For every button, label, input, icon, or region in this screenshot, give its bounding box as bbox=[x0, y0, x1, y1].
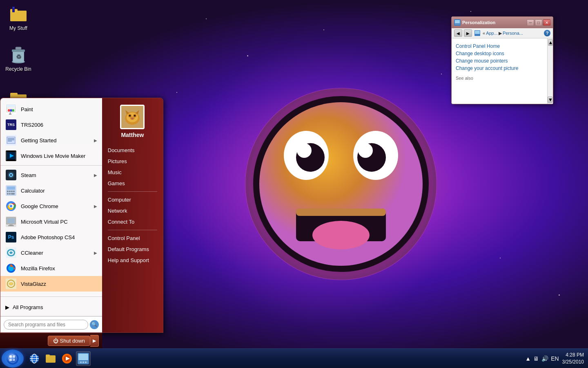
svg-point-78 bbox=[129, 115, 131, 117]
start-menu: Paint TRS TRS2006 bbox=[0, 98, 163, 348]
svg-point-107 bbox=[80, 361, 82, 363]
svg-rect-56 bbox=[9, 193, 11, 195]
start-menu-bottom: ▶ All Programs bbox=[0, 298, 102, 316]
cp-path-app[interactable]: App... bbox=[486, 31, 498, 36]
right-item-connect-to[interactable]: Connect To bbox=[102, 216, 163, 227]
cp-link-mouse-pointers[interactable]: Change mouse pointers bbox=[456, 58, 545, 64]
menu-item-chrome[interactable]: Google Chrome ▶ bbox=[0, 198, 102, 214]
all-programs-item[interactable]: ▶ All Programs bbox=[0, 302, 102, 313]
right-item-computer[interactable]: Computer bbox=[102, 194, 163, 205]
user-avatar[interactable] bbox=[120, 105, 145, 129]
cp-address-bar: ◀ ▶ « App... ▶ Persona... ? bbox=[452, 28, 553, 38]
taskbar-items bbox=[25, 351, 521, 366]
menu-item-getting-started[interactable]: Getting Started ▶ bbox=[0, 132, 102, 148]
right-item-network[interactable]: Network bbox=[102, 205, 163, 216]
firefox-icon bbox=[5, 263, 17, 274]
tray-volume-icon[interactable]: 🔊 bbox=[541, 355, 548, 362]
right-item-music[interactable]: Music bbox=[102, 167, 163, 178]
star bbox=[559, 294, 560, 296]
menu-item-ms-vpc[interactable]: Microsoft Virtual PC bbox=[0, 214, 102, 229]
cp-forward-button[interactable]: ▶ bbox=[464, 29, 472, 37]
svg-rect-83 bbox=[455, 20, 460, 23]
svg-rect-17 bbox=[13, 7, 14, 8]
cp-window-title: Personalization bbox=[462, 20, 495, 25]
recycle-bin-label: Recycle Bin bbox=[5, 66, 31, 72]
recycle-bin-icon: ♻ bbox=[9, 45, 28, 65]
taskbar: ▲ 🖥 🔊 EN 4:28 PM 3/25/2010 bbox=[0, 348, 588, 368]
menu-item-ccleaner[interactable]: CCleaner ▶ bbox=[0, 245, 102, 260]
taskbar-control-panel[interactable] bbox=[76, 351, 91, 366]
svg-point-109 bbox=[85, 361, 87, 363]
svg-point-8 bbox=[358, 143, 373, 158]
right-separator-2 bbox=[108, 230, 157, 230]
ms-vpc-icon bbox=[5, 216, 17, 227]
start-menu-right: Matthew Documents Pictures Music Games C… bbox=[102, 98, 163, 332]
awesome-face bbox=[243, 86, 439, 282]
cp-window-small-icon bbox=[474, 30, 480, 36]
menu-item-movie-maker[interactable]: Windows Live Movie Maker bbox=[0, 148, 102, 164]
cp-scroll-up[interactable]: ▲ bbox=[548, 39, 553, 46]
tray-network-icon[interactable]: 🖥 bbox=[533, 355, 539, 362]
cp-maximize-button[interactable]: □ bbox=[535, 19, 542, 26]
menu-item-paint[interactable]: Paint bbox=[0, 101, 102, 117]
desktop-icon-recycle-bin[interactable]: ♻ Recycle Bin bbox=[2, 45, 35, 72]
cp-back-button[interactable]: ◀ bbox=[454, 29, 462, 37]
cp-path-arrow: ▶ bbox=[499, 31, 502, 36]
star bbox=[247, 55, 248, 56]
search-button[interactable]: 🔍 bbox=[90, 320, 99, 329]
tray-input-icon[interactable]: EN bbox=[551, 355, 559, 362]
cp-path-separator1: « bbox=[483, 31, 485, 36]
trs2006-label: TRS2006 bbox=[21, 122, 97, 128]
cp-scrollbar[interactable]: ▲ ▼ bbox=[547, 38, 553, 104]
cp-close-button[interactable]: ✕ bbox=[543, 19, 550, 26]
star bbox=[500, 258, 501, 258]
right-item-control-panel[interactable]: Control Panel bbox=[102, 233, 163, 244]
taskbar-media[interactable] bbox=[60, 351, 74, 366]
cp-scroll-down[interactable]: ▼ bbox=[548, 96, 552, 103]
right-item-default-programs[interactable]: Default Programs bbox=[102, 244, 163, 255]
photoshop-icon: Ps bbox=[5, 231, 17, 243]
menu-item-calculator[interactable]: Calculator bbox=[0, 183, 102, 198]
taskbar-explorer[interactable] bbox=[43, 351, 58, 366]
taskbar-clock[interactable]: 4:28 PM 3/25/2010 bbox=[562, 352, 584, 366]
paint-icon bbox=[5, 103, 17, 115]
cp-help-button[interactable]: ? bbox=[544, 30, 550, 36]
svg-rect-11 bbox=[296, 209, 386, 216]
control-panel-window: Personalization ─ □ ✕ ◀ ▶ « App... ▶ bbox=[451, 16, 553, 104]
getting-started-arrow: ▶ bbox=[94, 138, 97, 143]
right-item-pictures[interactable]: Pictures bbox=[102, 156, 163, 167]
menu-item-trs2006[interactable]: TRS TRS2006 bbox=[0, 117, 102, 132]
menu-item-firefox[interactable]: Mozilla Firefox bbox=[0, 260, 102, 276]
svg-rect-91 bbox=[9, 359, 12, 361]
menu-item-photoshop[interactable]: Ps Adobe Photoshop CS4 bbox=[0, 229, 102, 245]
search-input[interactable] bbox=[4, 320, 88, 330]
right-item-documents[interactable]: Documents bbox=[102, 145, 163, 156]
shutdown-bar: ⏻ Shut down ▶ bbox=[0, 333, 102, 348]
cp-see-also-label: See also bbox=[456, 76, 473, 81]
cp-minimize-button[interactable]: ─ bbox=[527, 19, 534, 26]
start-button[interactable] bbox=[2, 350, 24, 368]
shutdown-arrow-icon: ▶ bbox=[93, 338, 96, 343]
menu-item-vistaglass[interactable]: VistaGlazz bbox=[0, 276, 102, 292]
all-programs-arrow-icon: ▶ bbox=[5, 304, 9, 310]
right-item-help[interactable]: Help and Support bbox=[102, 255, 163, 266]
shutdown-button[interactable]: ⏻ Shut down bbox=[48, 336, 90, 346]
shutdown-arrow-button[interactable]: ▶ bbox=[90, 335, 99, 347]
cp-link-account-picture[interactable]: Change your account picture bbox=[456, 65, 545, 71]
tray-icons: ▲ 🖥 🔊 EN bbox=[525, 355, 559, 362]
cp-link-desktop-icons[interactable]: Change desktop icons bbox=[456, 51, 545, 56]
cp-link-home[interactable]: Control Panel Home bbox=[456, 43, 545, 49]
taskbar-ie[interactable] bbox=[27, 351, 42, 366]
right-item-games[interactable]: Games bbox=[102, 178, 163, 189]
tray-show-desktop[interactable]: ▲ bbox=[525, 355, 531, 362]
star bbox=[206, 18, 207, 19]
svg-rect-54 bbox=[13, 191, 15, 192]
user-section: Matthew bbox=[102, 101, 163, 141]
svg-rect-92 bbox=[13, 359, 15, 361]
cp-path-persona[interactable]: Persona... bbox=[503, 31, 523, 36]
star bbox=[470, 11, 471, 12]
right-separator-1 bbox=[108, 191, 157, 192]
menu-item-steam[interactable]: Steam ▶ bbox=[0, 167, 102, 183]
start-menu-body: Paint TRS TRS2006 bbox=[0, 98, 163, 333]
desktop-icon-my-stuff[interactable]: My Stuff bbox=[2, 4, 35, 31]
